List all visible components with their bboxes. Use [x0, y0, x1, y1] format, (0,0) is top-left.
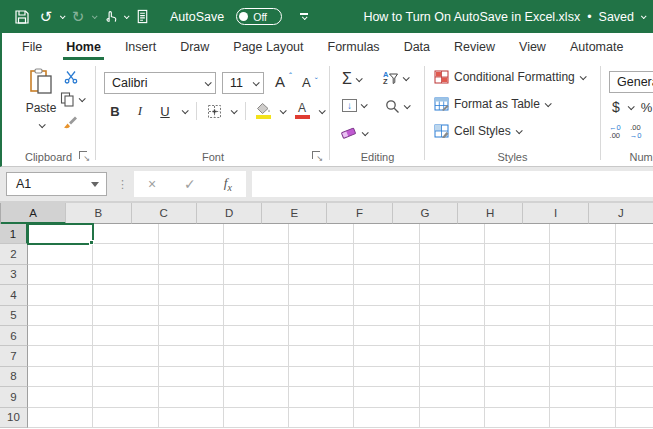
tab-data[interactable]: Data [392, 33, 442, 60]
sort-filter-button[interactable]: AZ [383, 71, 408, 85]
cell-E7[interactable] [289, 346, 354, 366]
column-header-D[interactable]: D [197, 203, 262, 224]
cell-A1[interactable] [28, 224, 93, 244]
cell-B5[interactable] [93, 306, 158, 326]
cell-C2[interactable] [159, 244, 224, 264]
decrease-decimal-button[interactable]: ←0 .00 [609, 124, 621, 139]
cell-C5[interactable] [159, 306, 224, 326]
cell-J10[interactable] [616, 408, 653, 428]
cell-J9[interactable] [616, 387, 653, 407]
clear-button[interactable] [340, 126, 367, 140]
cell-A8[interactable] [28, 367, 93, 387]
cell-E3[interactable] [289, 265, 354, 285]
cell-H7[interactable] [485, 346, 550, 366]
cell-E4[interactable] [289, 285, 354, 305]
cell-C10[interactable] [159, 408, 224, 428]
row-header-8[interactable]: 8 [0, 367, 28, 387]
cell-C3[interactable] [159, 265, 224, 285]
row-header-10[interactable]: 10 [0, 408, 28, 428]
cell-D6[interactable] [224, 326, 289, 346]
cell-B2[interactable] [93, 244, 158, 264]
row-header-3[interactable]: 3 [0, 265, 28, 285]
column-header-I[interactable]: I [523, 203, 588, 224]
column-header-E[interactable]: E [262, 203, 327, 224]
cell-I4[interactable] [550, 285, 615, 305]
fill-handle[interactable] [89, 240, 94, 245]
row-header-1[interactable]: 1 [0, 224, 28, 244]
autosave-toggle[interactable]: Off [236, 8, 282, 25]
cancel-button[interactable]: × [148, 176, 156, 192]
column-header-H[interactable]: H [458, 203, 523, 224]
cell-F10[interactable] [354, 408, 419, 428]
bold-button[interactable]: B [107, 104, 123, 119]
tab-draw[interactable]: Draw [168, 33, 221, 60]
undo-dropdown-icon[interactable] [60, 13, 66, 19]
autosum-button[interactable]: Σ [342, 71, 361, 87]
decrease-font-size-button[interactable]: Aˇ [302, 75, 311, 90]
conditional-formatting-button[interactable]: Conditional Formatting [434, 70, 585, 84]
cell-D8[interactable] [224, 367, 289, 387]
cell-I1[interactable] [550, 224, 615, 244]
paste-button[interactable]: Paste [18, 68, 64, 131]
cell-F5[interactable] [354, 306, 419, 326]
cell-E6[interactable] [289, 326, 354, 346]
insert-function-button[interactable]: fx [224, 175, 232, 193]
paste-dropdown-icon[interactable] [38, 121, 45, 128]
fill-button[interactable]: ↓ [342, 99, 366, 112]
cell-A7[interactable] [28, 346, 93, 366]
cell-J7[interactable] [616, 346, 653, 366]
cell-H8[interactable] [485, 367, 550, 387]
name-box[interactable]: A1 [6, 172, 107, 196]
cell-A3[interactable] [28, 265, 93, 285]
format-painter-button[interactable] [62, 115, 78, 129]
cell-H6[interactable] [485, 326, 550, 346]
row-header-9[interactable]: 9 [0, 387, 28, 407]
accounting-dropdown-icon[interactable] [627, 103, 634, 110]
formula-bar-grip-icon[interactable]: ⋮ [117, 179, 128, 189]
italic-button[interactable]: I [132, 103, 148, 119]
cell-G6[interactable] [420, 326, 485, 346]
clipboard-dialog-launcher-icon[interactable] [79, 151, 89, 161]
cell-B1[interactable] [93, 224, 158, 244]
cell-I5[interactable] [550, 306, 615, 326]
cell-H2[interactable] [485, 244, 550, 264]
cell-styles-button[interactable]: Cell Styles [434, 124, 521, 138]
cell-D2[interactable] [224, 244, 289, 264]
cell-E8[interactable] [289, 367, 354, 387]
copy-dropdown-icon[interactable] [79, 95, 86, 102]
cell-H10[interactable] [485, 408, 550, 428]
tab-view[interactable]: View [507, 33, 558, 60]
cell-H4[interactable] [485, 285, 550, 305]
cell-B8[interactable] [93, 367, 158, 387]
cell-G3[interactable] [420, 265, 485, 285]
cell-C1[interactable] [159, 224, 224, 244]
number-format-combobox[interactable]: General [609, 71, 653, 93]
cell-J6[interactable] [616, 326, 653, 346]
cell-I8[interactable] [550, 367, 615, 387]
enter-button[interactable]: ✓ [184, 176, 196, 192]
accounting-format-button[interactable]: $ [612, 99, 620, 115]
increase-font-size-button[interactable]: Aˆ [275, 73, 285, 90]
cell-B10[interactable] [93, 408, 158, 428]
cell-F2[interactable] [354, 244, 419, 264]
column-header-B[interactable]: B [66, 203, 131, 224]
font-dialog-launcher-icon[interactable] [312, 151, 322, 161]
cell-G9[interactable] [420, 387, 485, 407]
tab-home[interactable]: Home [54, 33, 113, 60]
cell-J5[interactable] [616, 306, 653, 326]
font-color-dropdown-icon[interactable] [319, 107, 326, 114]
tab-review[interactable]: Review [442, 33, 507, 60]
cell-I9[interactable] [550, 387, 615, 407]
row-header-4[interactable]: 4 [0, 285, 28, 305]
cell-E9[interactable] [289, 387, 354, 407]
cell-D1[interactable] [224, 224, 289, 244]
cell-I10[interactable] [550, 408, 615, 428]
row-header-2[interactable]: 2 [0, 244, 28, 264]
cell-B4[interactable] [93, 285, 158, 305]
cell-J3[interactable] [616, 265, 653, 285]
cell-F7[interactable] [354, 346, 419, 366]
tab-automate[interactable]: Automate [558, 33, 636, 60]
cell-F8[interactable] [354, 367, 419, 387]
cell-G2[interactable] [420, 244, 485, 264]
increase-decimal-button[interactable]: .00 →0 [630, 124, 642, 139]
